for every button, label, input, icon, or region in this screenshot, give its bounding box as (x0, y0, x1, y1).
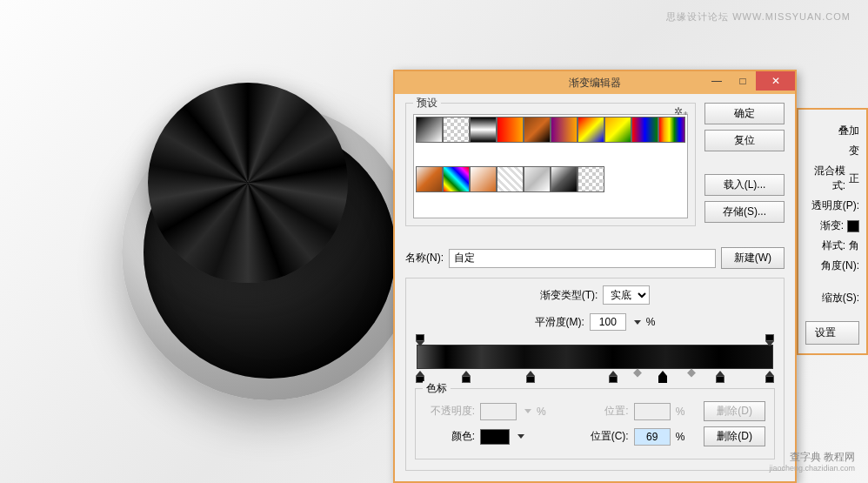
preset-swatch[interactable] (578, 117, 604, 143)
side-scale-label: 缩放(S): (805, 291, 859, 305)
color-stop[interactable] (462, 371, 471, 379)
percent-label: % (646, 316, 656, 328)
load-button[interactable]: 载入(L)... (704, 174, 785, 196)
percent-label: % (537, 406, 546, 418)
chevron-down-icon[interactable] (517, 434, 524, 439)
color-stop[interactable] (609, 371, 618, 379)
color-stop-selected[interactable] (658, 371, 667, 379)
preset-swatch[interactable] (416, 117, 443, 143)
preset-swatch[interactable] (631, 117, 658, 143)
titlebar[interactable]: 渐变编辑器 — □ ✕ (395, 71, 795, 94)
side-style-value: 角 (849, 238, 859, 253)
save-button[interactable]: 存储(S)... (704, 201, 785, 223)
position-label: 位置: (578, 404, 629, 419)
color-stop[interactable] (716, 371, 724, 379)
position2-label: 位置(C): (578, 429, 629, 444)
side-angle-label: 角度(N): (805, 258, 859, 273)
opacity-input (480, 403, 517, 420)
color-stop[interactable] (765, 371, 774, 379)
blend-mode-value: 正 (849, 171, 859, 186)
percent-label: % (676, 431, 685, 443)
side-gradient-label: 渐变: (805, 218, 844, 233)
side-opacity-label: 透明度(P): (805, 198, 859, 213)
chevron-down-icon (524, 409, 531, 413)
settings-button[interactable]: 设置 (805, 321, 859, 345)
presets-group: 预设 ✲₊ (405, 103, 696, 226)
chevron-down-icon[interactable] (634, 320, 641, 325)
smoothness-input[interactable] (590, 313, 626, 331)
new-button[interactable]: 新建(W) (721, 247, 785, 269)
preset-swatch[interactable] (443, 166, 470, 192)
maximize-button[interactable]: □ (730, 71, 756, 91)
preset-swatch[interactable] (470, 166, 497, 192)
overlay-label: 叠加 (805, 124, 859, 138)
percent-label: % (676, 406, 685, 418)
delete-opacity-button: 删除(D) (704, 401, 765, 421)
preset-swatch[interactable] (416, 166, 443, 192)
color-stop-group: 色标 不透明度: % 位置: % 删除(D) 颜色: (415, 388, 775, 460)
minimize-button[interactable]: — (704, 71, 730, 91)
color-stop-group-label: 色标 (423, 381, 451, 396)
color-label: 颜色: (424, 429, 475, 444)
reset-button[interactable]: 复位 (704, 130, 785, 151)
blend-mode-label: 混合模式: (805, 164, 845, 193)
layer-style-panel: 叠加 变 混合模式:正 透明度(P): 渐变: 样式:角 角度(N): 缩放(S… (797, 108, 868, 355)
preset-swatch[interactable] (604, 117, 631, 143)
preset-swatch[interactable] (497, 166, 524, 192)
opacity-stop[interactable] (765, 334, 774, 343)
delete-color-button[interactable]: 删除(D) (704, 426, 765, 446)
color-swatch[interactable] (480, 429, 510, 445)
color-stop[interactable] (416, 371, 424, 379)
preset-swatches (413, 114, 688, 218)
gradient-short-label: 变 (805, 144, 859, 158)
gradient-preview (417, 345, 773, 369)
preset-swatch[interactable] (551, 166, 578, 192)
preset-swatch[interactable] (524, 166, 551, 192)
gear-icon[interactable]: ✲₊ (674, 105, 688, 117)
ok-button[interactable]: 确定 (704, 103, 785, 124)
color-stop[interactable] (526, 371, 535, 379)
preset-swatch[interactable] (658, 117, 685, 143)
midpoint-diamond[interactable] (687, 369, 696, 378)
gradient-type-label: 渐变类型(T): (540, 288, 598, 303)
name-label: 名称(N): (405, 251, 444, 265)
preset-swatch[interactable] (443, 117, 470, 143)
smoothness-label: 平滑度(M): (535, 315, 584, 330)
preset-swatch[interactable] (470, 117, 497, 143)
watermark-top: 思缘设计论坛 WWW.MISSYUAN.COM (666, 10, 851, 23)
gradient-swatch[interactable] (847, 220, 859, 232)
preset-swatch[interactable] (524, 117, 551, 143)
preset-swatch[interactable] (497, 117, 524, 143)
opacity-label: 不透明度: (424, 404, 475, 419)
artwork-knob (148, 83, 348, 283)
name-input[interactable] (449, 249, 716, 268)
position-input (634, 403, 671, 420)
gradient-type-select[interactable]: 实底 (603, 285, 650, 305)
position2-input[interactable] (634, 428, 671, 446)
dialog-title: 渐变编辑器 (569, 76, 621, 91)
side-style-label: 样式: (805, 238, 845, 253)
watermark-bottom: 查字典 教程网 jiaocheng.chazidian.com (769, 451, 855, 474)
opacity-stop[interactable] (416, 334, 424, 343)
gradient-editor-dialog: 渐变编辑器 — □ ✕ 预设 ✲₊ (393, 70, 797, 483)
preset-swatch[interactable] (551, 117, 578, 143)
gradient-bar[interactable] (417, 345, 773, 369)
close-button[interactable]: ✕ (756, 71, 795, 91)
presets-label: 预设 (413, 96, 441, 111)
gradient-edit-group: 渐变类型(T): 实底 平滑度(M): % (405, 278, 785, 471)
midpoint-diamond[interactable] (633, 369, 642, 378)
preset-swatch[interactable] (578, 166, 604, 192)
